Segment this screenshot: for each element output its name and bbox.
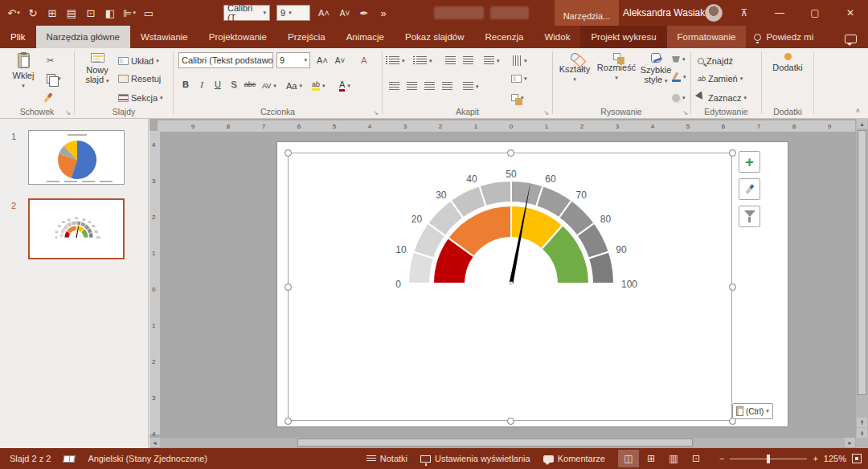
addins-button[interactable]: Dodatki xyxy=(768,51,807,72)
align-right-button[interactable] xyxy=(424,79,435,94)
shape-effects-button[interactable]: ▾ xyxy=(672,90,686,105)
tell-me-box[interactable]: Powiedz mi xyxy=(746,26,821,48)
zoom-slider[interactable] xyxy=(730,459,807,459)
find-button[interactable]: Znajdź xyxy=(698,53,733,68)
chart-styles-button[interactable] xyxy=(739,178,760,200)
gauge-outer-segment[interactable] xyxy=(88,233,93,238)
slide-2-thumbnail[interactable]: 0102030405060708090100 xyxy=(28,198,125,259)
clipboard-dialog-launcher[interactable]: ↘ xyxy=(65,109,71,116)
select-button[interactable]: Zaznacz▾ xyxy=(698,90,747,105)
selection-handle[interactable] xyxy=(285,149,292,157)
grow-font-button[interactable]: A˄ xyxy=(315,53,330,67)
format-painter-button[interactable] xyxy=(47,90,50,105)
arrange-button[interactable]: Rozmieść▾ xyxy=(595,51,638,81)
tab-wstawianie[interactable]: Wstawianie xyxy=(130,26,199,48)
tab-widok[interactable]: Widok xyxy=(534,26,580,48)
chart-elements-button[interactable]: + xyxy=(739,151,760,173)
text-direction-button[interactable]: ▾ xyxy=(511,53,527,68)
slide-1-thumbnail[interactable] xyxy=(28,130,125,185)
underline-button[interactable]: U xyxy=(211,77,225,92)
scroll-left-arrow[interactable]: ◂ xyxy=(149,438,160,447)
gauge-outer-segment[interactable] xyxy=(72,221,76,226)
align-left-button[interactable] xyxy=(389,79,399,94)
italic-button[interactable]: I xyxy=(194,77,209,92)
vertical-scroll-thumb[interactable] xyxy=(858,130,866,395)
shape-outline-button[interactable]: ▾ xyxy=(672,69,686,84)
change-case-button[interactable]: Aa▾ xyxy=(286,78,302,93)
close-button[interactable]: ✕ xyxy=(833,0,868,26)
clear-formatting-button[interactable]: A xyxy=(357,53,371,67)
selection-handle[interactable] xyxy=(285,283,292,291)
maximize-button[interactable]: ▢ xyxy=(797,0,833,26)
zoom-in-button[interactable]: + xyxy=(813,454,817,463)
scroll-right-arrow[interactable]: ▸ xyxy=(845,438,855,447)
tab-animacje[interactable]: Animacje xyxy=(336,26,395,48)
tab-recenzja[interactable]: Recenzja xyxy=(474,26,534,48)
quick-styles-button[interactable]: Szybkiestyle ▾ xyxy=(638,51,674,84)
slide-2-editing-surface[interactable]: 0102030405060708090100 + (Ctrl) ▾ xyxy=(277,142,788,426)
tab-projekt-wykresu[interactable]: Projekt wykresu xyxy=(580,26,666,48)
font-color-button[interactable]: A▾ xyxy=(339,78,350,93)
horizontal-scroll-thumb[interactable] xyxy=(297,438,693,447)
ribbon-display-options-button[interactable]: ⊼ xyxy=(727,0,762,26)
notes-button[interactable]: Notatki xyxy=(360,448,414,469)
slideshow-view-button[interactable]: ⊡ xyxy=(686,450,706,467)
paragraph-dialog-launcher[interactable]: ↘ xyxy=(543,109,549,116)
chart-filters-button[interactable] xyxy=(739,206,760,227)
align-center-button[interactable] xyxy=(407,79,417,94)
undo-button[interactable]: ↶▾ xyxy=(5,3,23,22)
outline-button[interactable]: ⊫▾ xyxy=(121,3,138,22)
bullets-button[interactable]: ▾ xyxy=(389,53,405,68)
numbering-button[interactable]: ▾ xyxy=(416,53,432,68)
tab-przejścia[interactable]: Przejścia xyxy=(277,26,336,48)
reset-button[interactable]: Resetuj xyxy=(118,71,161,86)
columns-button[interactable]: ▾ xyxy=(463,79,479,94)
tab-projektowanie[interactable]: Projektowanie xyxy=(199,26,277,48)
collapse-ribbon-button[interactable]: ˄ xyxy=(856,107,860,115)
selection-handle[interactable] xyxy=(285,418,292,425)
new-slide-button[interactable]: Nowyslajd ▾ xyxy=(80,51,115,84)
font-name-combo[interactable]: Calibri (Tekst podstawow▾ xyxy=(178,52,273,68)
selection-handle[interactable] xyxy=(507,149,514,157)
previous-slide-button[interactable]: ↟ xyxy=(857,418,867,427)
touch-mode-button[interactable]: ▭ xyxy=(140,3,158,22)
replace-button[interactable]: abZamień▾ xyxy=(698,71,743,86)
decrease-indent-button[interactable] xyxy=(445,53,456,68)
user-name[interactable]: Aleksandra Wasiak xyxy=(623,0,705,26)
horizontal-ruler[interactable]: 9876543210123456789 xyxy=(158,120,855,132)
display-settings-button[interactable]: Ustawienia wyświetlania xyxy=(414,448,537,469)
redo-button[interactable]: ↻ xyxy=(24,3,42,22)
convert-smartart-button[interactable]: ▾ xyxy=(511,90,524,105)
shapes-button[interactable]: Kształty▾ xyxy=(555,51,595,83)
tab-narzędzia-główne[interactable]: Narzędzia główne xyxy=(36,26,130,48)
align-text-button[interactable]: ▾ xyxy=(511,71,527,86)
highlight-color-button[interactable]: ab▾ xyxy=(312,78,326,93)
print-button[interactable]: ⊡ xyxy=(82,3,100,22)
qat-shrink-font-button[interactable]: A˅ xyxy=(336,3,354,22)
copy-button[interactable]: ▾ xyxy=(47,71,61,86)
character-spacing-button[interactable]: AV▾ xyxy=(262,78,276,93)
font-size-combo[interactable]: 9▾ xyxy=(276,52,310,68)
reading-view-button[interactable]: ▥ xyxy=(663,450,684,467)
qat-more-commands-button[interactable]: » xyxy=(375,3,392,22)
strikethrough-button[interactable]: abc xyxy=(243,77,257,92)
slide-indicator[interactable]: Slajd 2 z 2 xyxy=(3,448,57,469)
zoom-level[interactable]: 125% xyxy=(824,454,846,463)
fit-to-window-button[interactable] xyxy=(852,454,862,463)
tab-formatowanie[interactable]: Formatowanie xyxy=(667,26,747,48)
tab-plik[interactable]: Plik xyxy=(0,26,36,48)
language-indicator[interactable]: Angielski (Stany Zjednoczone) xyxy=(81,448,214,469)
bold-button[interactable]: B xyxy=(178,77,193,92)
zoom-slider-thumb[interactable] xyxy=(767,455,770,463)
vertical-ruler[interactable]: 432101234 xyxy=(149,131,160,434)
comments-pane-icon[interactable] xyxy=(845,35,857,43)
start-slideshow-button[interactable]: ⊞ xyxy=(43,3,61,22)
comments-button[interactable]: Komentarze xyxy=(537,448,612,469)
layout-button[interactable]: Układ▾ xyxy=(118,53,159,68)
selection-handle[interactable] xyxy=(729,149,736,157)
qat-font-size-combo[interactable]: 9▾ xyxy=(276,5,310,21)
avatar[interactable] xyxy=(705,4,723,22)
selection-handle[interactable] xyxy=(507,418,514,425)
shrink-font-button[interactable]: A˅ xyxy=(333,53,347,67)
section-button[interactable]: Sekcja▾ xyxy=(118,90,163,105)
